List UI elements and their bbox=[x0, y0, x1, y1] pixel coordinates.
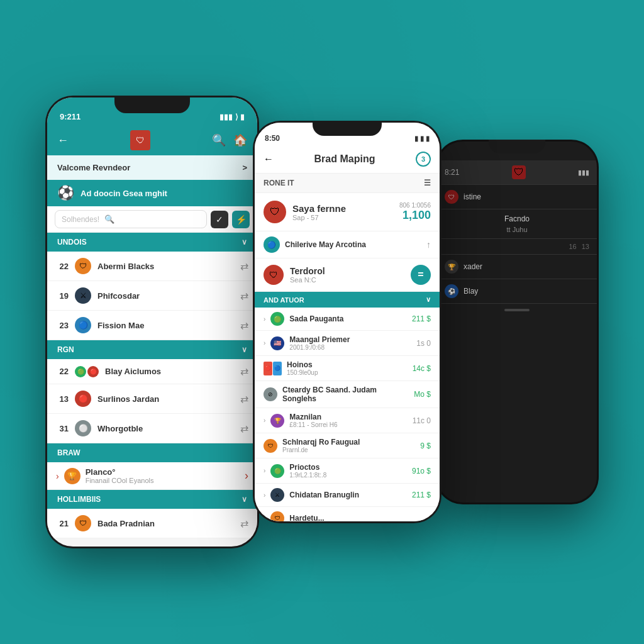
player-name-1: Abermi Blacks bbox=[97, 262, 234, 271]
transfer-icon-4[interactable]: ⇄ bbox=[240, 365, 248, 377]
player-row-7[interactable]: 21 🛡 Bada Pradnian ⇄ bbox=[47, 509, 257, 538]
search-icon-left[interactable]: 🔍 bbox=[212, 133, 226, 147]
terdorol-sub: Sea N:C bbox=[290, 276, 404, 284]
dark-name-4: xader bbox=[464, 262, 482, 271]
status-icons-center: ▮ ▮ ▮ bbox=[414, 135, 430, 143]
player-name-4: Blay Aiclumos bbox=[105, 367, 234, 376]
player-row-4[interactable]: 22 🟢 🔴 Blay Aiclumos ⇄ bbox=[47, 359, 257, 384]
section-braw-label: BRAW bbox=[57, 448, 80, 457]
search-input-container[interactable]: Solhendes! 🔍 bbox=[55, 210, 207, 228]
team-badge-1: 🛡 bbox=[75, 258, 91, 274]
header-actions-left: 🔍 🏠 bbox=[212, 133, 247, 147]
mr-name-4: Maznilan bbox=[289, 413, 337, 421]
soccer-ball-icon: ⚽ bbox=[57, 185, 74, 201]
market-row-1[interactable]: › 🇺🇸 Maangal Priemer 2001.9:/0:68 1s 0 bbox=[255, 331, 440, 356]
transfer-simple-icon: ↑ bbox=[426, 240, 431, 250]
dark-name-5: Blay bbox=[464, 287, 478, 296]
section-undois[interactable]: UNDOIS ∨ bbox=[47, 233, 257, 252]
player-row-1[interactable]: 22 🛡 Abermi Blacks ⇄ bbox=[47, 252, 257, 281]
section-rgn-label: RGN bbox=[57, 345, 74, 354]
player-name-6: Whorgotble bbox=[97, 424, 234, 433]
market-row-7[interactable]: › ⚔ Chidatan Branuglin 211 $ bbox=[255, 484, 440, 507]
market-row-0[interactable]: › 🟢 Sada Pauganta 211 $ bbox=[255, 308, 440, 331]
player-row-2[interactable]: 19 ⚔ Phifcosdar ⇄ bbox=[47, 281, 257, 311]
featured-player[interactable]: 🛡 Saya fernne Sap - 57 806 1:0056 1,100 bbox=[255, 193, 440, 231]
back-button-center[interactable]: ← bbox=[264, 153, 274, 165]
home-icon-left[interactable]: 🏠 bbox=[233, 133, 247, 147]
section-hollimbiis[interactable]: HOLLIMBIIS ∨ bbox=[47, 490, 257, 509]
and-section[interactable]: AND ATUOR ∨ bbox=[255, 292, 440, 308]
market-row-5[interactable]: 🛡 Schlnarqj Ro Faugual Prarnl.de 9 $ bbox=[255, 433, 440, 458]
mr-info-1: Maangal Priemer 2001.9:/0:68 bbox=[289, 335, 411, 351]
featured-price-small: 806 1:0056 bbox=[399, 202, 431, 209]
search-container: Solhendes! 🔍 ✓ ⚡ bbox=[47, 206, 257, 233]
sub-name: Planco° bbox=[86, 467, 240, 477]
transfer-icon-6[interactable]: ⇄ bbox=[240, 423, 248, 435]
transfer-icon-2[interactable]: ⇄ bbox=[240, 290, 248, 302]
back-button-left[interactable]: ← bbox=[57, 134, 69, 147]
mr-chevron-0: › bbox=[264, 316, 265, 323]
mr-price-5: 9 $ bbox=[420, 441, 431, 450]
section-rgn-chevron: ∨ bbox=[242, 345, 247, 354]
player-row-5[interactable]: 13 🔴 Surlinos Jardan ⇄ bbox=[47, 384, 257, 414]
market-row-8[interactable]: › 🛡 Hardetu... bbox=[255, 507, 440, 521]
mr-badge-7: ⚔ bbox=[270, 488, 284, 502]
mr-price-6: 91o $ bbox=[412, 467, 431, 475]
player-number-5: 13 bbox=[56, 394, 69, 404]
welcome-banner[interactable]: Valcome Revndeor > bbox=[47, 155, 257, 180]
player-number-4: 22 bbox=[56, 367, 69, 376]
phone-center: 8:50 ▮ ▮ ▮ ← Brad Maping 3 RONE IT ☰ 🛡 S… bbox=[253, 121, 441, 523]
mr-dual-2: 🔴 🔵 bbox=[264, 362, 282, 375]
mr-info-3: Cteardy BC Saand. Judam Songlehs bbox=[282, 386, 409, 403]
sub-arrow-right[interactable]: › bbox=[245, 469, 248, 482]
lightning-button[interactable]: ⚡ bbox=[232, 211, 250, 228]
search-placeholder: Solhendes! bbox=[62, 215, 99, 224]
mr-info-6: Prioctos 1:9rL2.1:8t:.8 bbox=[289, 463, 407, 479]
screen-center: 8:50 ▮ ▮ ▮ ← Brad Maping 3 RONE IT ☰ 🛡 S… bbox=[255, 123, 440, 521]
screen-right: 8:21 🛡 ▮▮▮ 🛡 istine Facndo tt Juhu 16 13 bbox=[437, 142, 597, 502]
menu-icon-center[interactable]: ☰ bbox=[424, 179, 431, 187]
mr-badge-2a: 🔴 bbox=[264, 362, 272, 375]
featured-badge: 🛡 bbox=[264, 201, 286, 223]
market-row-2[interactable]: 🔴 🔵 Hoinos 150:9le0up 14c $ bbox=[255, 356, 440, 381]
mr-price-0: 211 $ bbox=[412, 314, 431, 323]
player-row-3[interactable]: 23 🔵 Fission Mae ⇄ bbox=[47, 311, 257, 340]
mr-name-0: Sada Pauganta bbox=[289, 314, 343, 323]
mr-price-2: 14c $ bbox=[413, 364, 431, 373]
dual-badge-4: 🟢 🔴 bbox=[75, 366, 99, 377]
transfer-icon-3[interactable]: ⇄ bbox=[240, 319, 248, 331]
mr-detail-5: Prarnl.de bbox=[282, 447, 360, 453]
dark-name-2: Facndo bbox=[504, 214, 530, 223]
center-header: ← Brad Maping 3 bbox=[255, 145, 440, 174]
transfer-icon-5[interactable]: ⇄ bbox=[240, 393, 248, 405]
dark-badge-5: ⚽ bbox=[445, 284, 458, 298]
mr-badge-6: 🟢 bbox=[270, 464, 284, 478]
market-row-6[interactable]: › 🟢 Prioctos 1:9rL2.1:8t:.8 91o $ bbox=[255, 458, 440, 484]
transfer-icon-1[interactable]: ⇄ bbox=[240, 260, 248, 272]
center-badge[interactable]: 3 bbox=[416, 152, 431, 167]
market-row-4[interactable]: › 🏆 Maznilan £8:11 - Sorrei H6 11c 0 bbox=[255, 408, 440, 433]
terdorol-row[interactable]: 🛡 Terdorol Sea N:C = bbox=[255, 258, 440, 292]
section-rgn[interactable]: RGN ∨ bbox=[47, 340, 257, 359]
mr-chevron-4: › bbox=[264, 417, 265, 424]
mr-badge-2b: 🔵 bbox=[273, 362, 282, 375]
screen-left: 9:211 ▮▮▮ ⟩ ▮ ← 🛡 🔍 🏠 Valcome Revndeor >… bbox=[47, 97, 257, 547]
section-hollimbiis-label: HOLLIMBIIS bbox=[57, 495, 101, 504]
mr-badge-1: 🇺🇸 bbox=[270, 336, 284, 350]
market-row-3[interactable]: ⊘ Cteardy BC Saand. Judam Songlehs Mo $ bbox=[255, 381, 440, 408]
equals-button[interactable]: = bbox=[411, 265, 431, 285]
filter-label: RONE IT bbox=[264, 179, 294, 187]
check-button[interactable]: ✓ bbox=[211, 211, 228, 228]
mr-info-4: Maznilan £8:11 - Sorrei H6 bbox=[289, 413, 407, 428]
dark-screen: 8:21 🛡 ▮▮▮ 🛡 istine Facndo tt Juhu 16 13 bbox=[437, 142, 597, 502]
player-name-5: Surlinos Jardan bbox=[97, 394, 234, 404]
dark-row-1: 🛡 istine bbox=[437, 185, 597, 209]
player-row-6[interactable]: 31 ⚪ Whorgotble ⇄ bbox=[47, 414, 257, 443]
transfer-icon-7[interactable]: ⇄ bbox=[240, 518, 248, 530]
featured-sub: Sap - 57 bbox=[292, 214, 393, 221]
section-braw[interactable]: BRAW bbox=[47, 443, 257, 462]
phone-left: 9:211 ▮▮▮ ⟩ ▮ ← 🛡 🔍 🏠 Valcome Revndeor >… bbox=[45, 96, 259, 548]
transfer-simple[interactable]: 🔵 Chilerive May Arcotina ↑ bbox=[255, 231, 440, 258]
sub-row-planco[interactable]: › 🏆 Planco° Finanail COol Eyanols › bbox=[47, 462, 257, 490]
player-number-6: 31 bbox=[56, 424, 69, 433]
